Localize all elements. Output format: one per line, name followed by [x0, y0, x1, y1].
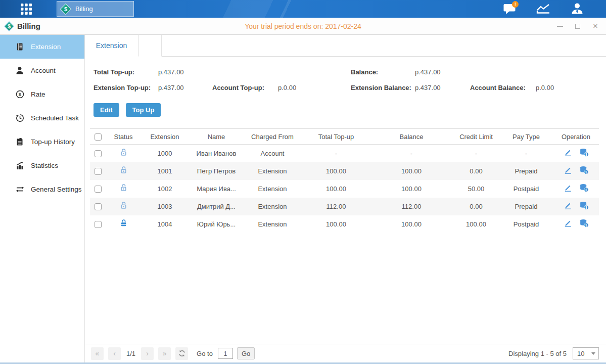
column-header-name: Name	[190, 129, 243, 145]
lock-open-icon	[119, 166, 128, 174]
top-up-icon[interactable]: $	[579, 166, 589, 174]
cell-extension: 1000	[139, 145, 190, 162]
sidebar-item-label: Statistics	[31, 162, 58, 169]
cell-name: Дмитрий Д...	[190, 198, 243, 215]
cell-name: Петр Петров	[190, 162, 243, 180]
sidebar-item-label: Extension	[31, 43, 61, 51]
notifications-button[interactable]: !	[502, 2, 517, 17]
table-row: 1001 Петр Петров Extension 100.00 100.00…	[90, 162, 599, 180]
window-title: Billing	[17, 22, 40, 30]
sidebar-item-rate[interactable]: $ Rate	[0, 82, 84, 106]
cell-extension: 1004	[139, 215, 190, 233]
row-checkbox[interactable]	[95, 221, 102, 228]
column-header-credit-limit: Credit Limit	[453, 129, 499, 145]
app-grid-icon	[20, 3, 32, 15]
cell-charged-from: Extension	[243, 198, 302, 215]
page-size-value: 10	[577, 350, 584, 357]
top-up-icon[interactable]: $	[579, 219, 589, 228]
account-balance-label: Account Balance:	[470, 84, 536, 92]
sidebar-item-statistics[interactable]: Statistics	[0, 154, 84, 177]
balance-label: Balance:	[351, 68, 415, 76]
page-size-select[interactable]: 10	[573, 347, 599, 359]
main-content: Extension Total Top-up: p.437.00 Extensi…	[85, 35, 606, 362]
tab-extension[interactable]: Extension	[85, 35, 138, 57]
svg-text:$: $	[585, 170, 587, 174]
resource-monitor-button[interactable]	[536, 2, 551, 17]
column-header-status: Status	[107, 129, 139, 145]
sidebar-item-scheduled-task[interactable]: Scheduled Task	[0, 106, 84, 130]
cell-charged-from: Account	[243, 145, 302, 162]
svg-text:$: $	[18, 92, 21, 97]
last-page-button[interactable]: »	[158, 347, 171, 360]
sidebar-item-label: General Settings	[31, 186, 82, 193]
total-topup-value: p.437.00	[158, 68, 212, 76]
next-page-button[interactable]: ›	[141, 347, 154, 360]
goto-page-input[interactable]	[218, 348, 233, 359]
sidebar-item-extension[interactable]: Extension	[0, 35, 84, 59]
account-balance-value: p.0.00	[536, 84, 606, 92]
edit-icon[interactable]	[564, 219, 572, 228]
sidebar-item-account[interactable]: Account	[0, 59, 84, 82]
row-checkbox[interactable]	[95, 150, 102, 157]
cell-pay-type: Prepaid	[499, 162, 553, 180]
top-up-button[interactable]: Top Up	[126, 103, 161, 117]
user-account-button[interactable]	[570, 2, 585, 17]
sidebar-item-label: Account	[31, 67, 56, 74]
edit-icon[interactable]	[564, 201, 572, 210]
app-grid-button[interactable]	[18, 1, 34, 17]
close-button[interactable]: ×	[592, 23, 599, 30]
cell-total-topup: 100.00	[302, 215, 370, 233]
refresh-button[interactable]	[175, 347, 188, 360]
sidebar: Extension Account $ Rate	[0, 35, 85, 362]
action-buttons: Edit Top Up	[85, 96, 606, 117]
bar-chart-icon	[15, 161, 24, 170]
dollar-circle-icon: $	[15, 90, 24, 99]
minimize-button[interactable]	[556, 23, 564, 30]
go-button[interactable]: Go	[237, 347, 255, 359]
edit-icon[interactable]	[564, 166, 572, 174]
cell-balance: 100.00	[370, 215, 453, 233]
swap-arrows-icon	[15, 185, 24, 194]
select-all-checkbox[interactable]	[95, 133, 102, 141]
cell-charged-from: Extension	[243, 180, 302, 198]
system-top-bar: $ Billing !	[0, 0, 606, 18]
row-checkbox[interactable]	[95, 186, 102, 193]
app-window: $ Billing !	[0, 0, 606, 364]
edit-icon[interactable]	[564, 148, 572, 157]
taskbar-item-billing[interactable]: $ Billing	[57, 1, 134, 17]
first-page-button[interactable]: «	[91, 347, 104, 360]
notification-badge: !	[512, 1, 519, 8]
table-row: 1002 Мария Ива... Extension 100.00 100.0…	[90, 180, 599, 198]
cell-credit-limit: 0.00	[453, 198, 499, 215]
maximize-button[interactable]	[574, 23, 581, 30]
ledger-icon	[15, 42, 24, 51]
cell-credit-limit: 0.00	[453, 162, 499, 180]
trial-notice: Your trial period ends on: 2017-02-24	[245, 22, 361, 30]
top-up-icon[interactable]: $	[579, 148, 589, 157]
cell-total-topup: 112.00	[302, 198, 370, 215]
cell-credit-limit: 50.00	[453, 180, 499, 198]
cell-name: Иван Иванов	[190, 145, 243, 162]
table-row: 1000 Иван Иванов Account - - - - $	[90, 145, 599, 162]
edit-icon[interactable]	[564, 184, 572, 192]
edit-button[interactable]: Edit	[94, 103, 119, 117]
cell-credit-limit: -	[453, 145, 499, 162]
top-up-icon[interactable]: $	[579, 201, 589, 210]
user-icon	[571, 3, 584, 16]
extension-balance-value: p.437.00	[415, 84, 470, 92]
extension-balance-label: Extension Balance:	[351, 84, 415, 92]
row-checkbox[interactable]	[95, 168, 102, 175]
lock-open-icon	[119, 184, 128, 192]
sidebar-item-label: Top-up History	[31, 138, 75, 146]
row-checkbox[interactable]	[95, 203, 102, 210]
taskbar-item-label: Billing	[75, 5, 93, 13]
top-up-icon[interactable]: $	[579, 184, 589, 192]
tab-strip-spacer	[138, 35, 162, 57]
prev-page-button[interactable]: ‹	[108, 347, 121, 360]
line-chart-icon	[536, 3, 550, 15]
column-header-extension: Extension	[139, 129, 190, 145]
sidebar-item-topup-history[interactable]: Top-up History	[0, 130, 84, 154]
cell-name: Мария Ива...	[190, 180, 243, 198]
refresh-icon	[178, 350, 185, 357]
sidebar-item-general-settings[interactable]: General Settings	[0, 177, 84, 201]
